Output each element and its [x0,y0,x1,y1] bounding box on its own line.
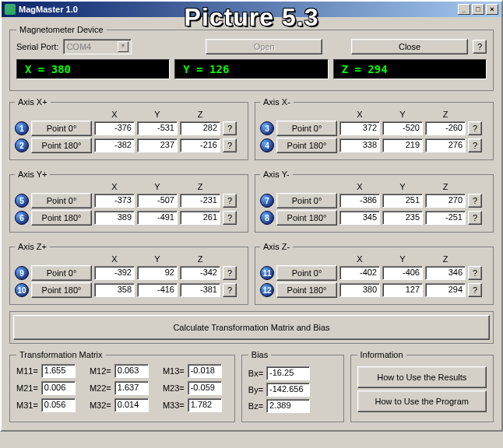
minimize-button[interactable]: _ [458,4,470,15]
help-Ym-0-button[interactable]: ? [468,194,482,208]
point0-Yp-button[interactable]: Point 0° [31,193,92,208]
m31-input[interactable]: 0.056 [41,398,76,412]
val-Xp-0-y[interactable]: -531 [137,121,178,135]
point180-Xm-button[interactable]: Point 180° [276,138,337,153]
how-to-results-button[interactable]: How to Use the Results [357,366,487,388]
val-Zm-180-y[interactable]: 127 [382,283,423,297]
m32-input[interactable]: 0.014 [114,398,149,412]
m11-input[interactable]: 1.655 [41,364,76,378]
val-Xp-180-x[interactable]: -382 [94,138,135,152]
help-Zp-180-button[interactable]: ? [223,283,237,297]
val-Zm-180-z[interactable]: 294 [425,283,466,297]
m22-input[interactable]: 1.637 [114,381,149,395]
window-title: MagMaster 1.0 [19,5,78,14]
val-Zp-180-y[interactable]: -416 [137,283,178,297]
badge-6: 6 [15,211,29,225]
device-legend: Magnetometer Device [16,25,107,34]
help-Yp-180-button[interactable]: ? [223,211,237,225]
close-button[interactable]: Close [351,39,468,54]
point180-Yp-button[interactable]: Point 180° [31,210,92,226]
point180-Xp-button[interactable]: Point 180° [31,138,92,153]
val-Zp-0-z[interactable]: -342 [180,266,220,280]
axis-Zp-legend: Axis Z+ [15,242,50,251]
val-Zp-0-y[interactable]: 92 [137,266,178,280]
val-Ym-180-y[interactable]: 235 [382,211,423,225]
m21-input[interactable]: 0.006 [41,381,76,395]
how-to-program-button[interactable]: How to Use the Program [357,390,487,412]
axis-Xm: Axis X- X Y Z 3 Point 0° 372 -520 -260 ?… [255,97,494,160]
val-Zp-180-x[interactable]: 358 [94,283,135,297]
point180-Ym-button[interactable]: Point 180° [276,210,337,226]
badge-3: 3 [260,121,274,135]
val-Xm-0-x[interactable]: 372 [339,121,380,135]
help-Xp-180-button[interactable]: ? [223,138,237,152]
val-Yp-180-y[interactable]: -491 [137,211,178,225]
maximize-button[interactable]: □ [472,4,484,15]
val-Yp-0-z[interactable]: -231 [180,194,220,208]
m12-input[interactable]: 0.063 [114,364,149,378]
val-Ym-0-y[interactable]: 251 [382,194,423,208]
help-Zm-180-button[interactable]: ? [468,283,482,297]
serial-port-value: COM4 [66,42,91,51]
col-z: Z [180,110,220,119]
point0-Zm-button[interactable]: Point 0° [276,265,337,281]
val-Xm-180-z[interactable]: 276 [425,138,466,152]
bias-legend: Bias [248,350,271,359]
by-input[interactable]: -142.656 [266,383,310,397]
val-Zp-0-x[interactable]: -392 [94,266,135,280]
val-Ym-0-x[interactable]: -386 [339,194,380,208]
close-window-button[interactable]: × [486,4,498,15]
val-Ym-180-z[interactable]: -251 [425,211,466,225]
m33-input[interactable]: 1.782 [188,398,222,412]
matrix-group: Transformation Matrix M11= 1.655 M12= 0.… [9,350,235,422]
val-Xm-0-y[interactable]: -520 [382,121,423,135]
val-Yp-180-z[interactable]: 261 [180,211,220,225]
m13-input[interactable]: -0.018 [188,364,222,378]
m23-input[interactable]: -0.059 [188,381,222,395]
help-Xp-0-button[interactable]: ? [223,121,237,135]
val-Zm-0-z[interactable]: 346 [425,266,466,280]
val-Zp-180-z[interactable]: -381 [180,283,220,297]
m32-label: M32= [90,401,111,410]
point180-Zm-button[interactable]: Point 180° [276,282,337,298]
lcd-y: Y = 126 [174,59,328,79]
val-Xm-0-z[interactable]: -260 [425,121,466,135]
val-Xp-180-y[interactable]: 237 [137,138,178,152]
val-Zm-0-y[interactable]: -406 [382,266,423,280]
calculate-button[interactable]: Calculate Transformation Matrix and Bias [13,315,490,340]
val-Xm-180-y[interactable]: 219 [382,138,423,152]
bz-input[interactable]: 2.389 [266,399,310,413]
open-button[interactable]: Open [206,39,322,54]
val-Ym-0-z[interactable]: 270 [425,194,466,208]
badge-2: 2 [15,138,29,152]
val-Zm-180-x[interactable]: 380 [339,283,380,297]
val-Xp-180-z[interactable]: -216 [180,138,220,152]
serial-port-select[interactable]: COM4 ▾ [63,39,132,54]
point0-Xp-button[interactable]: Point 0° [31,121,92,136]
bx-input[interactable]: -16.25 [266,366,310,380]
point180-Zp-button[interactable]: Point 180° [31,282,92,298]
val-Yp-0-y[interactable]: -507 [137,194,178,208]
info-group: Information How to Use the Results How t… [350,350,494,422]
val-Zm-0-x[interactable]: -402 [339,266,380,280]
val-Xp-0-z[interactable]: 282 [180,121,220,135]
axis-Yp: Axis Y+ X Y Z 5 Point 0° -373 -507 -231 … [9,170,248,233]
badge-12: 12 [260,283,274,297]
help-Zp-0-button[interactable]: ? [223,266,237,280]
help-Xm-0-button[interactable]: ? [468,121,482,135]
badge-5: 5 [15,194,29,208]
val-Ym-180-x[interactable]: 345 [339,211,380,225]
val-Xm-180-x[interactable]: 338 [339,138,380,152]
val-Yp-0-x[interactable]: -373 [94,194,135,208]
matrix-legend: Transformation Matrix [16,350,106,359]
help-Xm-180-button[interactable]: ? [468,138,482,152]
help-Yp-0-button[interactable]: ? [223,194,237,208]
device-help-button[interactable]: ? [473,40,487,54]
val-Xp-0-x[interactable]: -376 [94,121,135,135]
point0-Ym-button[interactable]: Point 0° [276,193,337,208]
val-Yp-180-x[interactable]: 389 [94,211,135,225]
help-Zm-0-button[interactable]: ? [468,266,482,280]
point0-Xm-button[interactable]: Point 0° [276,121,337,136]
help-Ym-180-button[interactable]: ? [468,211,482,225]
point0-Zp-button[interactable]: Point 0° [31,265,92,281]
